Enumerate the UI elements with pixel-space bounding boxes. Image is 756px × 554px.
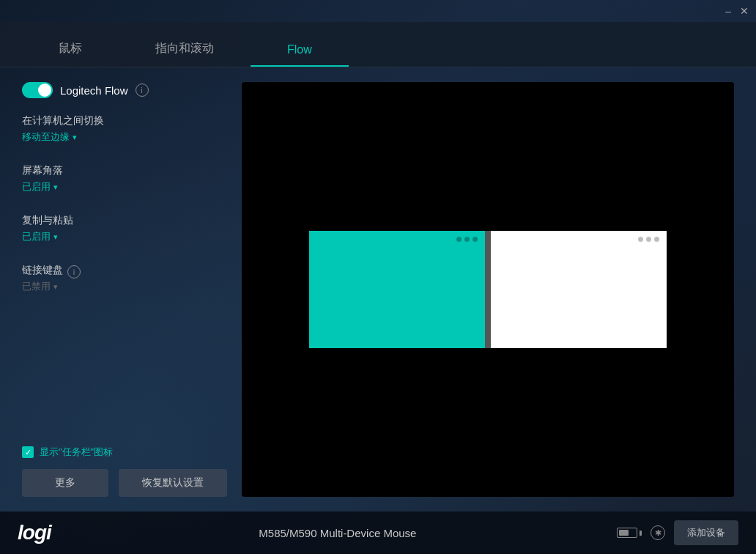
flow-info-icon[interactable]: i <box>136 84 149 97</box>
flow-visualization <box>242 82 734 497</box>
keyboard-info-icon[interactable]: i <box>67 265 81 278</box>
section-copy-paste: 复制与粘贴 已启用 ▾ <box>22 214 227 243</box>
dot-3 <box>472 237 478 242</box>
monitors-row <box>309 231 667 348</box>
battery-tip <box>640 531 642 536</box>
dot-5 <box>646 237 651 242</box>
taskbar-checkbox[interactable] <box>22 446 34 458</box>
tab-bar: 鼠标 指向和滚动 Flow <box>0 22 756 67</box>
flow-toggle-row: Logitech Flow i <box>22 82 227 98</box>
minimize-button[interactable]: – <box>725 6 731 16</box>
section-keyboard-title: 链接键盘 <box>22 264 63 277</box>
section-keyboard-title-row: 链接键盘 i <box>22 264 227 280</box>
footer-right: ✱ 添加设备 <box>617 520 738 545</box>
footer: logi M585/M590 Multi-Device Mouse ✱ 添加设备 <box>0 511 756 554</box>
monitors-display <box>309 231 667 348</box>
left-panel-bottom: 显示"任务栏"图标 更多 恢复默认设置 <box>22 446 227 497</box>
section-copy-value[interactable]: 已启用 ▾ <box>22 230 227 243</box>
taskbar-checkbox-label: 显示"任务栏"图标 <box>40 446 113 459</box>
taskbar-checkbox-row[interactable]: 显示"任务栏"图标 <box>22 446 227 459</box>
button-row: 更多 恢复默认设置 <box>22 469 227 497</box>
dot-6 <box>654 237 659 242</box>
section-keyboard-chevron: ▾ <box>53 282 58 292</box>
close-button[interactable]: ✕ <box>740 6 749 16</box>
app-window: – ✕ 鼠标 指向和滚动 Flow Logitech Flow i 在计算机之间… <box>0 0 756 554</box>
more-button[interactable]: 更多 <box>22 469 108 497</box>
dot-4 <box>638 237 643 242</box>
monitor-right <box>491 231 667 348</box>
section-switch-value-text: 移动至边缘 <box>22 130 70 144</box>
bluetooth-icon: ✱ <box>651 525 665 540</box>
section-copy-value-text: 已启用 <box>22 230 51 243</box>
flow-toggle-label: Logitech Flow <box>60 84 128 97</box>
main-content: Logitech Flow i 在计算机之间切换 移动至边缘 ▾ 屏幕角落 已启… <box>0 67 756 511</box>
section-switch-title: 在计算机之间切换 <box>22 114 227 128</box>
battery-icon <box>617 528 642 538</box>
section-corner-value-text: 已启用 <box>22 180 51 193</box>
reset-button[interactable]: 恢复默认设置 <box>119 469 227 497</box>
dot-1 <box>456 237 462 242</box>
tab-flow[interactable]: Flow <box>251 33 349 67</box>
monitor-divider <box>485 231 491 348</box>
monitor-left-dots <box>456 237 478 242</box>
title-bar: – ✕ <box>0 0 756 22</box>
section-switch-chevron: ▾ <box>73 133 77 142</box>
device-name: M585/M590 Multi-Device Mouse <box>73 527 602 539</box>
battery-fill <box>619 530 629 536</box>
monitor-right-dots <box>638 237 659 242</box>
section-keyboard-value[interactable]: 已禁用 ▾ <box>22 280 227 293</box>
section-link-keyboard: 链接键盘 i 已禁用 ▾ <box>22 264 227 293</box>
section-corner-value[interactable]: 已启用 ▾ <box>22 180 227 193</box>
monitor-left <box>309 231 485 348</box>
section-screen-corner: 屏幕角落 已启用 ▾ <box>22 164 227 193</box>
section-corner-chevron: ▾ <box>53 182 58 192</box>
dot-2 <box>464 237 470 242</box>
add-device-button[interactable]: 添加设备 <box>674 520 738 545</box>
section-corner-title: 屏幕角落 <box>22 164 227 177</box>
section-switch-computers: 在计算机之间切换 移动至边缘 ▾ <box>22 114 227 144</box>
tab-mouse[interactable]: 鼠标 <box>22 31 119 67</box>
flow-toggle[interactable] <box>22 82 53 98</box>
section-copy-chevron: ▾ <box>53 232 58 242</box>
section-copy-title: 复制与粘贴 <box>22 214 227 227</box>
section-switch-value[interactable]: 移动至边缘 ▾ <box>22 130 227 144</box>
section-keyboard-value-text: 已禁用 <box>22 280 51 293</box>
battery-body <box>617 528 637 538</box>
bluetooth-symbol: ✱ <box>655 528 662 538</box>
left-panel: Logitech Flow i 在计算机之间切换 移动至边缘 ▾ 屏幕角落 已启… <box>22 82 227 497</box>
logi-logo: logi <box>18 521 51 544</box>
tab-pointing[interactable]: 指向和滚动 <box>119 31 251 67</box>
